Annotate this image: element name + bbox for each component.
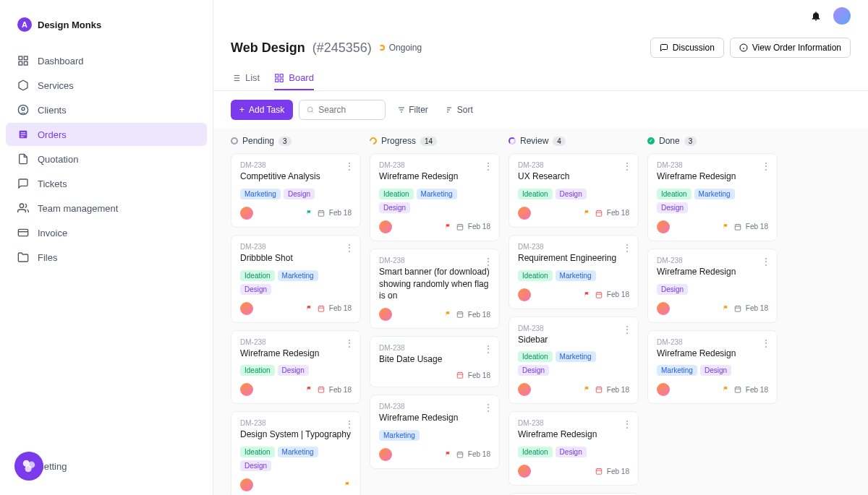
nav-item-team[interactable]: Team management xyxy=(6,197,207,220)
assignee-avatar[interactable] xyxy=(379,448,392,461)
task-card[interactable]: ⋮ DM-238 Sidebar IdeationMarketingDesign… xyxy=(509,317,639,405)
brand-name: Design Monks xyxy=(38,20,101,30)
task-card[interactable]: ⋮ DM-238 Wireframe Redesign Marketing Fe… xyxy=(370,395,500,469)
nav-item-files[interactable]: Files xyxy=(6,246,207,269)
nav-item-clients[interactable]: Clients xyxy=(6,98,207,121)
search-input[interactable] xyxy=(318,105,378,115)
assignee-avatar[interactable] xyxy=(657,220,670,233)
more-icon[interactable]: ⋮ xyxy=(483,161,493,171)
column-title: Done xyxy=(659,136,680,146)
nav-item-quotation[interactable]: Quotation xyxy=(6,147,207,171)
card-title: Wireframe Redesign xyxy=(379,171,490,183)
card-meta: Feb 18 xyxy=(723,223,768,231)
task-card[interactable]: ⋮ DM-238 Dribbble Shot IdeationMarketing… xyxy=(231,235,361,323)
svg-rect-7 xyxy=(21,132,26,133)
more-icon[interactable]: ⋮ xyxy=(344,161,354,171)
more-icon[interactable]: ⋮ xyxy=(622,243,632,253)
task-card[interactable]: ⋮ DM-238 Requirement Engineering Ideatio… xyxy=(509,235,639,309)
assignee-avatar[interactable] xyxy=(518,288,531,301)
button-label: Filter xyxy=(409,105,428,115)
list-icon xyxy=(231,73,241,83)
card-id: DM-238 xyxy=(518,161,629,169)
calendar-icon xyxy=(595,386,603,393)
column-title: Review xyxy=(520,136,548,146)
more-icon[interactable]: ⋮ xyxy=(483,257,493,267)
svg-rect-71 xyxy=(596,292,602,298)
user-avatar[interactable] xyxy=(833,7,851,25)
more-icon[interactable]: ⋮ xyxy=(483,344,493,354)
filter-icon xyxy=(397,106,406,114)
discussion-button[interactable]: Discussion xyxy=(650,38,724,58)
dashboard-icon xyxy=(17,55,29,66)
brand-logo[interactable]: A Design Monks xyxy=(0,17,213,49)
more-icon[interactable]: ⋮ xyxy=(344,243,354,253)
svg-rect-0 xyxy=(19,56,22,60)
task-card[interactable]: ⋮ DM-238 Wireframe Redesign MarketingDes… xyxy=(647,330,778,405)
svg-rect-25 xyxy=(280,79,283,82)
svg-rect-3 xyxy=(19,61,22,65)
calendar-icon xyxy=(318,386,325,393)
task-card[interactable]: ⋮ DM-238 Smart banner (for download) sho… xyxy=(370,249,500,329)
task-card[interactable]: ⋮ DM-238 Wireframe Redesign IdeationDesi… xyxy=(509,411,639,486)
svg-rect-51 xyxy=(457,224,463,230)
search-input-wrapper[interactable] xyxy=(299,100,386,120)
tab-board[interactable]: Board xyxy=(274,66,314,90)
assignee-avatar[interactable] xyxy=(240,383,253,396)
card-meta: Feb 18 xyxy=(456,371,490,379)
task-card[interactable]: ⋮ DM-238 Wireframe Redesign Design Feb 1… xyxy=(647,249,778,323)
flag-icon xyxy=(584,291,591,298)
nav-label: Orders xyxy=(38,129,67,140)
assignee-avatar[interactable] xyxy=(240,302,253,315)
status-text: Ongoing xyxy=(389,43,422,53)
more-icon[interactable]: ⋮ xyxy=(622,324,632,335)
assignee-avatar[interactable] xyxy=(379,308,392,321)
flag-icon xyxy=(306,210,313,217)
assignee-avatar[interactable] xyxy=(518,465,531,478)
card-id: DM-238 xyxy=(657,338,768,346)
tab-list[interactable]: List xyxy=(231,66,260,90)
more-icon[interactable]: ⋮ xyxy=(483,403,493,413)
fab-button[interactable] xyxy=(14,452,43,481)
info-icon xyxy=(739,43,748,52)
more-icon[interactable]: ⋮ xyxy=(761,338,771,348)
board-scroll[interactable]: Pending 3 ⋮ DM-238 Competitive Analysis … xyxy=(213,129,868,495)
assignee-avatar[interactable] xyxy=(379,220,392,233)
assignee-avatar[interactable] xyxy=(240,207,253,220)
assignee-avatar[interactable] xyxy=(657,383,670,396)
svg-rect-35 xyxy=(318,210,324,216)
nav-item-dashboard[interactable]: Dashboard xyxy=(6,49,207,72)
svg-rect-24 xyxy=(280,74,283,77)
task-card[interactable]: ⋮ DM-238 UX Research IdeationDesign Feb … xyxy=(509,153,639,228)
nav-item-tickets[interactable]: Tickets xyxy=(6,172,207,195)
add-task-button[interactable]: + Add Task xyxy=(231,100,293,120)
nav-item-services[interactable]: Services xyxy=(6,74,207,97)
view-info-button[interactable]: View Order Information xyxy=(730,38,851,58)
nav-item-invoice[interactable]: Invoice xyxy=(6,221,207,244)
files-icon xyxy=(17,251,29,263)
more-icon[interactable]: ⋮ xyxy=(344,419,354,429)
svg-rect-55 xyxy=(457,312,463,318)
calendar-icon xyxy=(595,210,603,217)
more-icon[interactable]: ⋮ xyxy=(622,161,632,171)
assignee-avatar[interactable] xyxy=(518,207,531,220)
svg-rect-75 xyxy=(596,387,602,393)
bell-icon[interactable] xyxy=(810,10,822,22)
nav-item-orders[interactable]: Orders xyxy=(6,123,207,146)
assignee-avatar[interactable] xyxy=(240,478,253,491)
card-date: Feb 18 xyxy=(607,468,629,475)
task-card[interactable]: ⋮ DM-238 Competitive Analysis MarketingD… xyxy=(231,153,361,228)
task-card[interactable]: ⋮ DM-238 Wireframe Redesign IdeationMark… xyxy=(370,153,500,241)
card-id: DM-238 xyxy=(240,419,352,427)
task-card[interactable]: ⋮ DM-238 Bite Date Usage Feb 18 xyxy=(370,336,500,387)
more-icon[interactable]: ⋮ xyxy=(761,161,771,171)
assignee-avatar[interactable] xyxy=(518,383,531,396)
more-icon[interactable]: ⋮ xyxy=(761,257,771,267)
task-card[interactable]: ⋮ DM-238 Wireframe Redesign IdeationDesi… xyxy=(231,330,361,405)
task-card[interactable]: ⋮ DM-238 Design System | Typography Idea… xyxy=(231,411,361,495)
task-card[interactable]: ⋮ DM-238 Wireframe Redesign IdeationMark… xyxy=(647,153,778,241)
filter-button[interactable]: Filter xyxy=(391,100,434,119)
sort-button[interactable]: Sort xyxy=(440,100,479,119)
assignee-avatar[interactable] xyxy=(657,302,670,315)
more-icon[interactable]: ⋮ xyxy=(622,419,632,429)
more-icon[interactable]: ⋮ xyxy=(344,338,354,348)
